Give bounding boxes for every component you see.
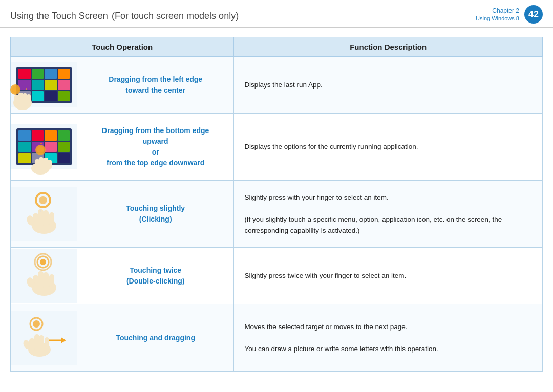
operation-inner: Touching twice(Double-clicking) bbox=[11, 248, 233, 304]
operation-image-touch-twice bbox=[11, 249, 77, 303]
svg-rect-14 bbox=[48, 160, 52, 169]
svg-rect-12 bbox=[39, 157, 44, 169]
svg-text:→: → bbox=[22, 84, 29, 93]
col-header-operation: Touch Operation bbox=[11, 37, 234, 57]
svg-point-1 bbox=[12, 86, 19, 93]
svg-rect-29 bbox=[38, 271, 44, 289]
svg-marker-36 bbox=[61, 337, 66, 343]
hand-icon-touch-slightly bbox=[24, 191, 65, 237]
table-row: ↑ bbox=[11, 114, 543, 181]
svg-rect-31 bbox=[49, 274, 54, 288]
operation-image-left-drag: → bbox=[11, 62, 77, 107]
hand-icon-touch-drag bbox=[21, 315, 67, 361]
svg-rect-20 bbox=[43, 210, 49, 227]
operation-label-bottom-drag: Dragging from the bottom edgeupwardorfro… bbox=[77, 121, 233, 172]
svg-point-34 bbox=[33, 320, 40, 328]
col-header-function: Function Description bbox=[234, 37, 543, 57]
function-desc-touch-slightly: Slightly press with your finger to selec… bbox=[234, 185, 542, 243]
operation-inner: Touching and dragging bbox=[11, 304, 233, 371]
svg-point-16 bbox=[39, 196, 47, 204]
operation-inner: → Dragging from the left edgetoward the … bbox=[11, 57, 233, 113]
operation-label-touch-twice: Touching twice(Double-clicking) bbox=[77, 261, 233, 291]
chapter-sub: Using Windows 8 bbox=[476, 15, 519, 21]
chapter-label: Chapter 2 bbox=[492, 7, 519, 14]
svg-rect-13 bbox=[44, 158, 48, 169]
svg-rect-41 bbox=[45, 337, 49, 350]
svg-rect-39 bbox=[34, 334, 39, 351]
function-cell-touch-drag: Moves the selected target or moves to th… bbox=[234, 304, 543, 372]
function-desc-touch-drag: Moves the selected target or moves to th… bbox=[234, 314, 542, 362]
svg-rect-30 bbox=[43, 272, 49, 289]
touch-operations-table: Touch Operation Function Description bbox=[10, 37, 543, 372]
svg-rect-4 bbox=[18, 93, 23, 104]
operation-inner: ↑ bbox=[11, 114, 233, 180]
page-number-badge: 42 bbox=[524, 5, 543, 24]
operation-label-touch-slightly: Touching slightly(Clicking) bbox=[77, 199, 233, 229]
function-desc-bottom-drag: Displays the options for the currently r… bbox=[234, 134, 542, 160]
page-subtitle: (For touch screen models only) bbox=[112, 11, 239, 21]
operation-cell-bottom-drag: ↑ bbox=[11, 114, 234, 181]
svg-rect-40 bbox=[39, 335, 44, 351]
page-title: Using the Touch Screen (For touch screen… bbox=[10, 7, 239, 22]
svg-point-26 bbox=[40, 259, 46, 265]
function-cell-touch-slightly: Slightly press with your finger to selec… bbox=[234, 181, 543, 248]
operation-image-touch-slightly bbox=[11, 187, 77, 241]
operation-image-bottom-drag: ↑ bbox=[11, 124, 77, 169]
svg-rect-21 bbox=[49, 212, 54, 226]
hand-icon-bottom-drag bbox=[27, 143, 55, 176]
operation-label-left-drag: Dragging from the left edgetoward the ce… bbox=[77, 70, 233, 100]
table-row: Touching twice(Double-clicking) Slightly… bbox=[11, 248, 543, 304]
function-desc-touch-twice: Slightly press twice with your finger to… bbox=[234, 263, 542, 289]
table-row: Touching and dragging Moves the selected… bbox=[11, 304, 543, 372]
operation-cell-touch-drag: Touching and dragging bbox=[11, 304, 234, 372]
chapter-badge: Chapter 2 Using Windows 8 bbox=[476, 7, 519, 21]
svg-rect-5 bbox=[23, 93, 27, 104]
function-cell-bottom-drag: Displays the options for the currently r… bbox=[234, 114, 543, 181]
operation-label-touch-drag: Touching and dragging bbox=[77, 329, 233, 347]
operation-image-touch-drag bbox=[11, 311, 77, 365]
operation-inner: Touching slightly(Clicking) bbox=[11, 181, 233, 247]
operation-cell-touch-slightly: Touching slightly(Clicking) bbox=[11, 181, 234, 248]
function-cell-left-drag: Displays the last run App. bbox=[234, 57, 543, 114]
svg-rect-38 bbox=[29, 338, 35, 352]
function-cell-touch-twice: Slightly press twice with your finger to… bbox=[234, 248, 543, 304]
operation-cell-touch-twice: Touching twice(Double-clicking) bbox=[11, 248, 234, 304]
table-row: → Dragging from the left edgetoward the … bbox=[11, 57, 543, 114]
hand-icon-touch-twice bbox=[24, 253, 65, 299]
table-row: Touching slightly(Clicking) Slightly pre… bbox=[11, 181, 543, 248]
function-desc-left-drag: Displays the last run App. bbox=[234, 72, 542, 98]
page-header: Using the Touch Screen (For touch screen… bbox=[0, 0, 553, 28]
chapter-info: Chapter 2 Using Windows 8 42 bbox=[476, 5, 543, 24]
svg-rect-6 bbox=[27, 94, 31, 103]
content-table-wrapper: Touch Operation Function Description bbox=[10, 37, 543, 372]
svg-point-9 bbox=[37, 146, 44, 154]
operation-cell-left-drag: → Dragging from the left edgetoward the … bbox=[11, 57, 234, 114]
hand-icon-left-drag: → bbox=[7, 78, 35, 112]
header-title-area: Using the Touch Screen (For touch screen… bbox=[10, 7, 239, 23]
